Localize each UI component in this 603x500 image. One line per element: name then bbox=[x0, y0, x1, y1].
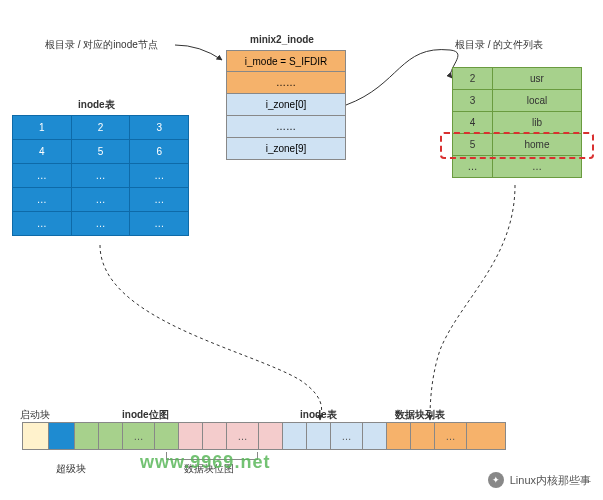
inode-table-block bbox=[282, 422, 306, 450]
dir-inode-num: 3 bbox=[453, 90, 493, 112]
super-block-label: 超级块 bbox=[56, 462, 86, 476]
inode-table-block: … bbox=[330, 422, 362, 450]
minix-inode-title: minix2_inode bbox=[250, 34, 314, 45]
inode-cell: … bbox=[130, 212, 189, 236]
data-block bbox=[466, 422, 506, 450]
inode-cell: 1 bbox=[13, 116, 72, 140]
root-inode-annotation: 根目录 / 对应的inode节点 bbox=[45, 38, 158, 52]
inode-cell: 4 bbox=[13, 140, 72, 164]
minix-row-izone9: i_zone[9] bbox=[226, 138, 346, 160]
inode-table-block bbox=[306, 422, 330, 450]
inode-cell: … bbox=[13, 164, 72, 188]
data-block bbox=[386, 422, 410, 450]
minix-row-ellipsis-1: …… bbox=[226, 72, 346, 94]
inode-table-grid: 1 2 3 4 5 6 … … … … … … … … … bbox=[12, 115, 189, 236]
minix-inode-struct: i_mode = S_IFDIR …… i_zone[0] …… i_zone[… bbox=[226, 50, 346, 160]
dir-filename: usr bbox=[493, 68, 582, 90]
inode-bitmap-block bbox=[98, 422, 122, 450]
inode-bitmap-label: inode位图 bbox=[122, 408, 169, 422]
boot-block bbox=[22, 422, 48, 450]
inode-bitmap-block bbox=[74, 422, 98, 450]
boot-block-label: 启动块 bbox=[20, 408, 50, 422]
inode-cell: … bbox=[130, 164, 189, 188]
dir-filename: lib bbox=[493, 112, 582, 134]
data-blocks-label: 数据块列表 bbox=[395, 408, 445, 422]
footer-text: Linux内核那些事 bbox=[510, 473, 591, 488]
inode-table-block bbox=[362, 422, 386, 450]
inode-cell: 6 bbox=[130, 140, 189, 164]
minix-row-ellipsis-2: …… bbox=[226, 116, 346, 138]
data-block: … bbox=[434, 422, 466, 450]
root-directory-table: 2 usr 3 local 4 lib 5 home … … bbox=[452, 67, 582, 178]
data-bitmap-block bbox=[178, 422, 202, 450]
dir-filename: local bbox=[493, 90, 582, 112]
dir-inode-num: 4 bbox=[453, 112, 493, 134]
super-block bbox=[48, 422, 74, 450]
data-block bbox=[410, 422, 434, 450]
wechat-icon: ✦ bbox=[488, 472, 504, 488]
inode-cell: … bbox=[71, 164, 130, 188]
inode-bitmap-block: … bbox=[122, 422, 154, 450]
inode-cell: 5 bbox=[71, 140, 130, 164]
inode-cell: 3 bbox=[130, 116, 189, 140]
home-entry-highlight bbox=[440, 132, 594, 159]
inode-table-title: inode表 bbox=[78, 98, 115, 112]
dir-inode-num: 2 bbox=[453, 68, 493, 90]
minix-row-imode: i_mode = S_IFDIR bbox=[226, 50, 346, 72]
inode-cell: … bbox=[130, 188, 189, 212]
disk-layout-strip: … … … … bbox=[22, 422, 506, 450]
inode-cell: … bbox=[13, 188, 72, 212]
inode-cell: … bbox=[71, 188, 130, 212]
minix-row-izone0: i_zone[0] bbox=[226, 94, 346, 116]
inode-bitmap-block bbox=[154, 422, 178, 450]
inode-cell: 2 bbox=[71, 116, 130, 140]
inode-cell: … bbox=[71, 212, 130, 236]
data-bitmap-block bbox=[202, 422, 226, 450]
inode-cell: … bbox=[13, 212, 72, 236]
watermark-text: www.9969.net bbox=[140, 452, 270, 473]
inode-table-section-label: inode表 bbox=[300, 408, 337, 422]
data-bitmap-block bbox=[258, 422, 282, 450]
root-filelist-annotation: 根目录 / 的文件列表 bbox=[455, 38, 543, 52]
data-bitmap-block: … bbox=[226, 422, 258, 450]
footer-brand: ✦ Linux内核那些事 bbox=[488, 472, 591, 488]
